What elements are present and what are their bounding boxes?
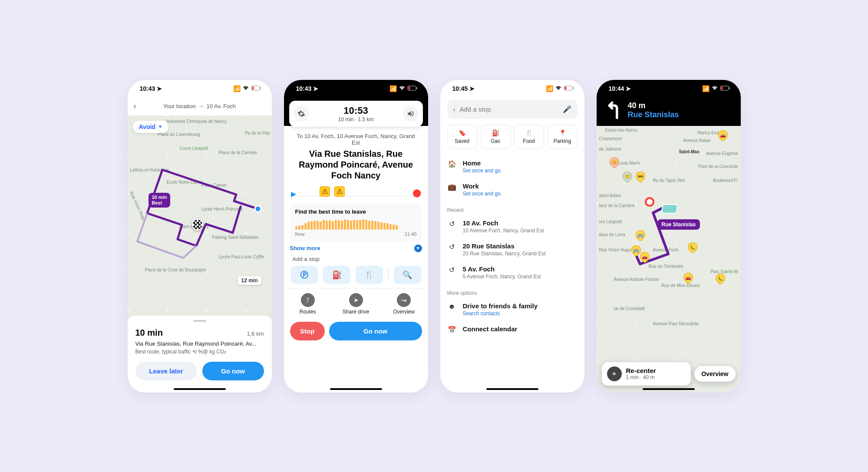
route-polyline — [128, 116, 272, 302]
current-street-badge: Rue Stanislas — [657, 219, 700, 230]
home-row[interactable]: 🏠 Home Set once and go — [447, 155, 578, 178]
back-button[interactable]: ‹ — [134, 102, 136, 111]
work-row[interactable]: 💼 Work Set once and go — [447, 178, 578, 201]
home-indicator — [174, 388, 226, 390]
cellular-icon: 📶 — [546, 85, 553, 92]
waze-icon: ☻ — [447, 303, 457, 310]
battery-low-icon — [720, 85, 730, 92]
bookmark-icon: 🔖 — [449, 129, 476, 136]
send-icon: ➤ — [349, 293, 363, 307]
home-icon: 🏠 — [447, 160, 457, 168]
status-time: 10:43 — [140, 85, 155, 92]
screen-navigation: 10:44 ➤ 📶 40 m Rue Stanislas Essey-les-N… — [597, 80, 741, 393]
chip-parking[interactable]: 📍 Parking — [548, 125, 578, 149]
best-route-badge[interactable]: 10 min Best — [149, 193, 171, 208]
nav-instruction[interactable]: 40 m Rue Stanislas — [597, 97, 741, 126]
vehicle-icon — [661, 204, 677, 214]
recent-item[interactable]: ↺ 10 Av. Foch 10 Avenue Foch, Nancy, Gra… — [447, 215, 578, 238]
drag-handle[interactable] — [193, 320, 206, 322]
share-drive-button[interactable]: ➤ Share drive — [332, 289, 380, 318]
stop-food-button[interactable]: 🍴 — [356, 266, 383, 284]
status-bar: 10:45 ➤ 📶 — [440, 80, 584, 97]
add-stop-label: Add a stop — [293, 256, 419, 262]
stop-search-button[interactable]: 🔍 — [394, 266, 421, 284]
clock-icon: ↺ — [447, 266, 457, 274]
map-view[interactable]: Essey-les-Nancy Chartemont de Jolimont S… — [597, 126, 741, 393]
location-arrow-icon: ➤ — [469, 85, 475, 92]
overview-button[interactable]: ↝ Overview — [380, 289, 428, 318]
traffic-bars — [295, 218, 417, 230]
clock-icon: ↺ — [447, 220, 457, 228]
briefcase-icon: 💼 — [447, 183, 457, 191]
alt-route-badge[interactable]: 12 min — [238, 276, 261, 285]
eta-sub: 10 min · 1.5 km — [309, 116, 403, 122]
go-now-button[interactable]: Go now — [202, 362, 264, 380]
fork-knife-icon: 🍴 — [515, 129, 543, 136]
subtitle: Best route, typical traffic ⟲ %@ kg CO₂ — [135, 349, 264, 355]
speaker-icon — [407, 110, 415, 118]
connect-calendar-row[interactable]: 📅 Connect calendar — [447, 321, 578, 338]
svg-rect-8 — [573, 87, 574, 89]
svg-rect-6 — [408, 86, 410, 89]
wifi-icon — [555, 85, 562, 92]
battery-low-icon — [251, 85, 261, 92]
start-marker-icon: ▶ — [291, 190, 296, 198]
parking-icon: Ⓟ — [300, 270, 308, 280]
search-input[interactable]: ‹ Add a stop 🎤 — [447, 100, 578, 119]
settings-button[interactable] — [294, 106, 309, 122]
via-text: Via Rue Stanislas, Rue Raymond Poincaré,… — [135, 340, 264, 347]
nav-street: Rue Stanislas — [628, 110, 679, 119]
home-indicator — [486, 388, 538, 390]
overview-icon: ↝ — [397, 293, 411, 307]
later-label: 11:45 — [405, 231, 417, 237]
route-summary-card[interactable]: 10 min 1,6 km Via Rue Stanislas, Rue Ray… — [128, 316, 272, 393]
mic-icon: 🎤 — [563, 105, 571, 113]
chevron-left-icon: ‹ — [453, 106, 455, 113]
chevron-down-icon: ▼ — [158, 124, 162, 129]
drive-friends-row[interactable]: ☻ Drive to friends & family Search conta… — [447, 298, 578, 321]
routes-button[interactable]: ⤴ Routes — [284, 289, 332, 318]
avoid-button[interactable]: Avoid ▼ — [133, 121, 168, 133]
gear-icon — [297, 110, 305, 118]
recent-header: Recent — [447, 207, 578, 213]
go-now-button[interactable]: Go now — [329, 322, 422, 340]
stop-button[interactable]: Stop — [290, 322, 325, 340]
wifi-icon — [399, 85, 406, 92]
leave-later-button[interactable]: Leave later — [135, 362, 197, 380]
best-time-card[interactable]: Find the best time to leave — [290, 204, 422, 241]
stop-gas-button[interactable]: ⛽ — [323, 266, 350, 284]
recent-item[interactable]: ↺ 5 Av. Foch 5 Avenue Foch, Nancy, Grand… — [447, 261, 578, 284]
recenter-card[interactable]: ⌖ Re-center 1 min · 40 m — [602, 362, 691, 386]
search-icon: 🔍 — [403, 270, 412, 280]
svg-point-3 — [255, 206, 261, 212]
chip-saved[interactable]: 🔖 Saved — [447, 125, 477, 149]
via-text: Via Rue Stanislas, Rue Raymond Poincaré,… — [284, 146, 428, 187]
gas-icon: ⛽ — [482, 129, 509, 136]
location-arrow-icon: ➤ — [313, 85, 318, 92]
status-bar: 10:43 ➤ 📶 — [284, 80, 428, 97]
eta-time: 10:53 — [309, 105, 403, 116]
nav-distance: 40 m — [628, 101, 679, 110]
chip-food[interactable]: 🍴 Food — [514, 125, 544, 149]
map-view[interactable]: Industries Chimiques de Nancy Place du L… — [128, 116, 272, 320]
sound-button[interactable] — [403, 106, 419, 122]
recent-item[interactable]: ↺ 20 Rue Stanislas 20 Rue Stanislas, Nan… — [447, 238, 578, 261]
chip-gas[interactable]: ⛽ Gas — [481, 125, 511, 149]
overview-button[interactable]: Overview — [694, 366, 735, 382]
distance: 1,6 km — [247, 330, 264, 337]
home-indicator — [643, 388, 695, 390]
svg-rect-5 — [416, 87, 417, 89]
wifi-icon — [711, 85, 718, 92]
chevron-down-circle-icon: ▼ — [414, 244, 422, 252]
svg-rect-1 — [260, 87, 261, 89]
search-placeholder: Add a stop — [460, 106, 558, 113]
svg-rect-2 — [252, 86, 254, 89]
location-arrow-icon: ➤ — [626, 85, 631, 92]
turn-left-icon — [604, 101, 623, 120]
home-indicator — [330, 388, 382, 390]
gas-icon: ⛽ — [332, 270, 342, 280]
show-more-button[interactable]: Show more ▼ — [290, 244, 422, 252]
stop-parking-button[interactable]: Ⓟ — [291, 266, 318, 284]
screen-route-preview: 10:43 ➤ 📶 ‹ Your location → 10 Av. Foch … — [128, 80, 272, 393]
clock-icon: ↺ — [447, 243, 457, 251]
